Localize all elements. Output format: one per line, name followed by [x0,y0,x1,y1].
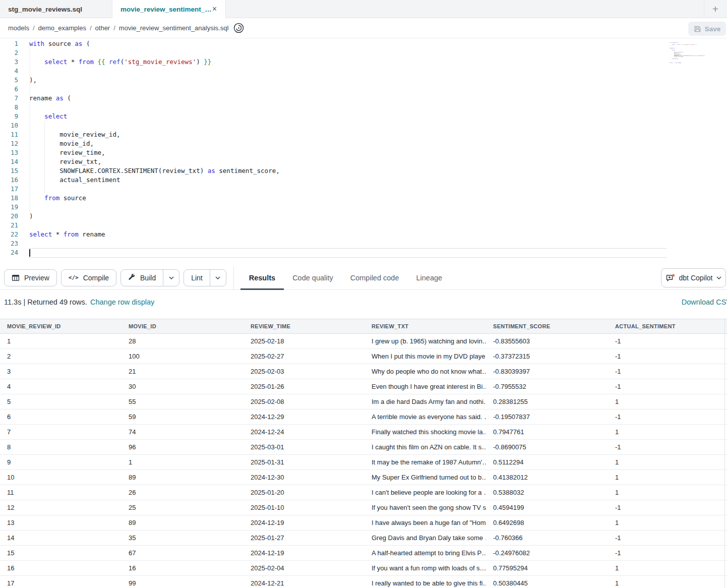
cell-value: A half-hearted attempt to bring Elvis P… [372,549,486,557]
code-line: from source [29,194,667,203]
table-cell: 2024-12-24 [244,428,365,436]
table-cell: 1 [608,564,720,572]
cell-value: -0.8690075 [493,443,526,451]
minimap[interactable]: with source as ( select * from {{ ref('s… [670,42,705,65]
table-cell: 15 [0,549,122,557]
breadcrumb-item[interactable]: models [8,24,29,32]
build-button[interactable]: Build [121,270,163,286]
lint-dropdown-button[interactable] [210,270,226,286]
results-tab-compiled-code[interactable]: Compiled code [342,266,408,290]
results-tab-code-quality[interactable]: Code quality [284,266,342,290]
table-cell: 0.5112294 [486,458,608,466]
code-line [29,67,667,76]
cell-value: 11 [7,489,14,496]
cell-value: 1 [615,519,619,526]
cell-value: -1 [615,337,621,345]
table-cell: I caught this film on AZN on cable. It s… [365,443,486,451]
table-cell: A terrible movie as everyone has said. … [365,413,486,421]
table-cell: 2024-12-21 [244,579,365,587]
code-editor[interactable]: 123456789101112131415161718192021222324 … [0,38,727,266]
build-dropdown-button[interactable] [163,270,179,286]
code-line [29,48,667,57]
table-cell: 1 [0,337,122,345]
table-cell: -1 [608,413,720,421]
table-cell: 67 [122,549,244,557]
table-cell: -0.83039397 [486,368,608,375]
table-cell: 9 [0,458,122,466]
code-line [29,239,667,248]
cell-value: 0.5112294 [493,458,524,466]
breadcrumb-item[interactable]: other [95,24,110,32]
line-number: 21 [0,221,18,230]
cell-value: I caught this film on AZN on cable. It s… [372,443,486,451]
breadcrumb-item[interactable]: demo_examples [38,24,86,32]
cell-value: 67 [129,549,136,557]
table-cell: 2025-01-20 [244,489,365,496]
table-cell: 35 [122,534,244,542]
table-cell: 2025-03-01 [244,443,365,451]
preview-button[interactable]: Preview [4,269,57,286]
table-cell: 89 [122,474,244,481]
cell-value: 96 [129,443,136,451]
table-cell: I have always been a huge fan of "Hom… [365,519,486,526]
tab-label: movie_review_sentiment_… [120,6,212,13]
table-row: 10892024-12-30My Super Ex Girlfriend tur… [0,470,727,485]
table-cell: 21 [122,368,244,375]
download-csv-link[interactable]: Download CSV [682,298,727,306]
cell-value: -1 [615,368,621,375]
code-line: review_txt, [29,157,667,166]
table-cell: Why do people who do not know what… [365,368,486,375]
cell-value: 1 [615,474,619,481]
save-button[interactable]: Save [688,22,726,36]
table-cell: 1 [608,458,720,466]
tab-stg-movie-reviews[interactable]: stg_movie_reviews.sql [0,0,112,18]
cell-value: 17 [7,579,14,587]
dbt-copilot-button[interactable]: dbt Copilot [661,268,726,287]
table-cell: -0.19507837 [486,413,608,421]
cell-value: When I put this movie in my DVD playe… [372,352,486,360]
column-header: MOVIE_REVIEW_ID [0,323,122,329]
cell-value: 12 [7,504,14,511]
cell-value: 25 [129,504,136,511]
cell-value: It may be the remake of 1987 Autumn'… [372,458,486,466]
cell-value: 2025-03-01 [251,443,284,451]
cell-value: 1 [615,564,619,572]
change-row-display-link[interactable]: Change row display [90,298,154,306]
results-tab-bar: ResultsCode qualityCompiled codeLineage [233,266,451,290]
tabbar-separator [704,0,704,18]
query-status-text: 11.3s | Returned 49 rows. [4,298,87,306]
cell-value: 1 [615,579,619,587]
compile-button[interactable]: </> Compile [61,269,116,286]
table-cell: 1 [122,458,244,466]
close-tab-icon[interactable]: × [212,5,217,13]
table-cell: 0.5388032 [486,489,608,496]
table-cell: I really wanted to be able to give this … [365,579,486,587]
results-tab-results[interactable]: Results [240,266,284,290]
cell-value: -0.19507837 [493,413,530,421]
new-tab-button[interactable]: + [707,0,724,18]
table-cell: 3 [0,368,122,375]
results-tab-lineage[interactable]: Lineage [407,266,451,290]
compile-label: Compile [83,274,109,282]
table-cell: -0.8690075 [486,443,608,451]
line-number: 8 [0,103,18,112]
code-line [29,103,667,112]
cell-value: -0.37372315 [493,352,530,360]
code-line [29,185,667,194]
cell-value: 89 [129,519,136,526]
cell-value: -1 [615,549,621,557]
code-line [29,203,667,212]
breadcrumb: models/demo_examples/other/movie_review_… [8,24,228,32]
cell-value: If you want a fun romp with loads of s… [372,564,486,572]
cell-value: -1 [615,534,621,542]
table-cell: -1 [608,368,720,375]
copilot-badge-icon[interactable] [233,23,244,33]
tab-movie-review-sentiment-analysis[interactable]: movie_review_sentiment_… × [112,0,226,18]
cell-value: 26 [129,489,136,496]
lint-button[interactable]: Lint [184,270,210,286]
cell-value: 2025-01-26 [251,383,284,390]
table-cell: 1 [608,428,720,436]
cell-value: 0.41382012 [493,474,528,481]
cell-value: 0.5388032 [493,489,524,496]
cell-value: 2024-12-21 [251,579,284,587]
